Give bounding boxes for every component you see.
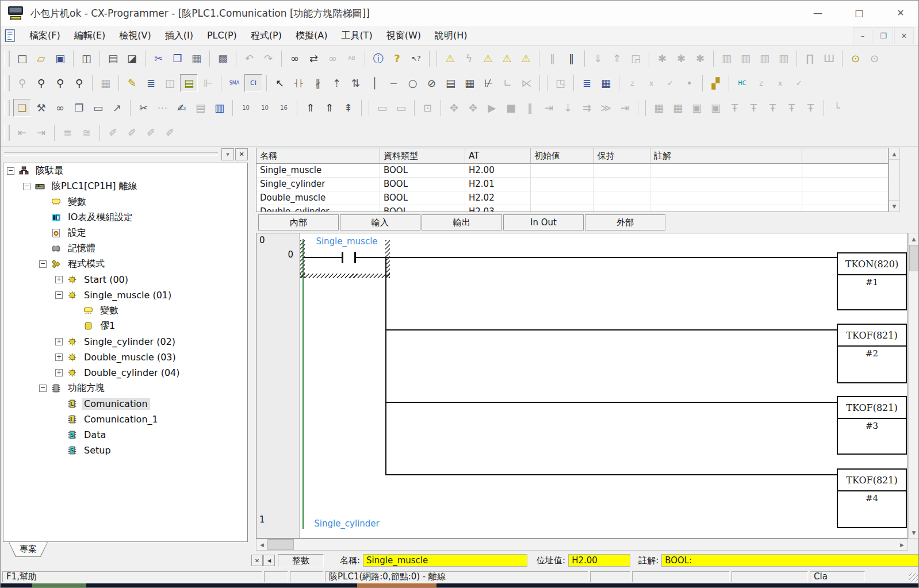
hex-16-icon[interactable]: 16: [275, 99, 293, 117]
table-cell[interactable]: H2.00: [465, 164, 531, 178]
window-check-icon[interactable]: ✓: [790, 74, 808, 92]
pause-hand-b-icon[interactable]: ✥: [464, 99, 482, 117]
column-header-初始值[interactable]: 初始值: [531, 148, 594, 164]
signed-decimal-10-icon[interactable]: 10: [256, 99, 274, 117]
pen-delete-icon[interactable]: ✐: [161, 124, 179, 141]
sim-run-to-end-icon[interactable]: ⇥: [540, 99, 558, 117]
upload-b-icon[interactable]: ⇑: [320, 99, 338, 117]
monitor-icon[interactable]: ✱: [672, 49, 690, 67]
menu-item-9[interactable]: 說明(H): [428, 28, 474, 44]
tree-item-single_cylinder-02-[interactable]: +Single_cylinder (02): [3, 334, 247, 349]
run-mode-icon[interactable]: ▥: [775, 49, 792, 67]
menu-item-6[interactable]: 模擬(A): [289, 28, 334, 44]
diff-monitor-c-icon[interactable]: ▣: [688, 99, 706, 117]
paste-icon[interactable]: ▦: [187, 49, 205, 67]
table-cell[interactable]: [650, 178, 802, 191]
table-cell[interactable]: [594, 191, 650, 205]
zoom-out-icon[interactable]: ⚲: [70, 74, 88, 92]
table-cell[interactable]: H2.02: [465, 191, 531, 205]
diff-monitor-d-icon[interactable]: ▣: [707, 99, 725, 117]
ladder-horizontal-scrollbar[interactable]: ◀ ▶: [256, 539, 908, 551]
table-cell[interactable]: [802, 164, 889, 178]
save-icon[interactable]: ▣: [51, 49, 69, 67]
table-cell[interactable]: [802, 205, 889, 212]
tab-in-out[interactable]: In Out: [503, 214, 584, 230]
tree-item-comunication[interactable]: LComunication: [3, 396, 247, 412]
contact-symbol[interactable]: [342, 252, 343, 263]
comment-dot-icon[interactable]: •: [680, 74, 698, 92]
instruction-operand[interactable]: #3: [838, 419, 906, 431]
table-cell[interactable]: [531, 178, 594, 191]
window-z-icon[interactable]: z: [752, 74, 770, 92]
expand-box-icon[interactable]: +: [55, 353, 63, 361]
comment-z-icon[interactable]: z: [623, 74, 641, 92]
menu-item-4[interactable]: PLC(P): [200, 28, 244, 44]
instruction-operand[interactable]: #4: [838, 491, 906, 504]
monitor-mode-icon[interactable]: ▥: [756, 49, 774, 67]
table-cell[interactable]: BOOL: [380, 191, 465, 205]
panel-drag-handle[interactable]: [4, 152, 218, 156]
instruction-operand[interactable]: #1: [838, 275, 906, 287]
table-cell[interactable]: [594, 178, 650, 191]
vertical-line-icon[interactable]: │: [366, 74, 384, 92]
tree-item-double_cylinder-04-[interactable]: +Double_cylinder (04): [3, 365, 247, 381]
tree-item-setup[interactable]: SSetup: [3, 443, 247, 458]
tree-item--[interactable]: 變數: [3, 303, 247, 318]
table-cell[interactable]: H2.03: [465, 205, 531, 212]
indent-left-icon[interactable]: ⇤: [13, 124, 31, 141]
scroll-up-icon[interactable]: ▲: [889, 148, 899, 160]
tree-item-double_muscle-03-[interactable]: +Double_muscle (03): [3, 349, 247, 365]
fb-instruction-block-#3[interactable]: TKOF(821)#3: [837, 396, 907, 455]
table-cell[interactable]: [531, 191, 594, 205]
upload-settings-icon[interactable]: ⇞: [339, 99, 357, 117]
table-cell[interactable]: Double_muscle: [256, 191, 380, 205]
scroll-thumb[interactable]: [267, 539, 294, 550]
sim-step-in-icon[interactable]: ⇣: [559, 99, 577, 117]
split-rung-icon[interactable]: ✂: [135, 99, 152, 117]
pen-undo-icon[interactable]: ✐: [123, 124, 141, 141]
tree-item-comunication_1[interactable]: LComunication_1: [3, 412, 247, 427]
monitor-all-icon[interactable]: ✱: [691, 49, 709, 67]
sim-stop-icon[interactable]: ■: [502, 99, 520, 117]
collapse-box-icon[interactable]: −: [39, 385, 47, 392]
tab-外部[interactable]: 外部: [585, 214, 665, 230]
sim-step-over-icon[interactable]: ⇉: [578, 99, 596, 117]
set-value-icon[interactable]: Ŧ: [783, 99, 801, 117]
table-row[interactable]: Single_cylinderBOOLH2.01: [256, 178, 888, 191]
tree-item-data[interactable]: SData: [3, 427, 247, 443]
print-preview-icon[interactable]: ◪: [123, 49, 141, 67]
fb-bar-close-button[interactable]: ✕: [251, 555, 263, 566]
find-icon[interactable]: ∞: [286, 49, 304, 67]
menu-item-8[interactable]: 視窗(W): [380, 28, 428, 44]
column-header-保持[interactable]: 保持: [594, 148, 650, 164]
monitor-window-b-icon[interactable]: ▭: [392, 99, 410, 117]
tree-item-start-00-[interactable]: +Start (00): [3, 272, 247, 287]
browse-diagram-icon[interactable]: ◳: [552, 74, 569, 92]
fb-io-param-icon[interactable]: ⊬: [480, 74, 497, 92]
transfer-warning-icon[interactable]: ⚠: [517, 49, 535, 67]
program-mode-icon[interactable]: ▥: [718, 49, 736, 67]
panel-dropdown-button[interactable]: ▾: [221, 148, 234, 160]
column-header-AT[interactable]: AT: [465, 148, 531, 164]
context-help-icon[interactable]: ↖?: [407, 49, 425, 67]
corner-connect-icon[interactable]: ∟: [499, 74, 516, 92]
find-replace-icon[interactable]: ⇄: [305, 49, 323, 67]
contact-rising-icon[interactable]: ⇡: [328, 74, 346, 92]
open-file-icon[interactable]: ▱: [32, 49, 50, 67]
table-cell[interactable]: [531, 205, 594, 212]
cut-icon[interactable]: ✂: [150, 49, 167, 67]
table-cell[interactable]: Single_cylinder: [256, 178, 380, 191]
binary-form-icon[interactable]: ▥: [210, 99, 228, 117]
function-block-invoke-icon[interactable]: ▦: [461, 74, 478, 92]
sim-play-icon[interactable]: ▶: [483, 99, 501, 117]
table-cell[interactable]: [802, 178, 889, 191]
tab-輸出[interactable]: 輸出: [422, 214, 502, 230]
options-dots-icon[interactable]: ⋯: [154, 99, 171, 117]
table-row[interactable]: Double_muscleBOOLH2.02: [256, 191, 888, 205]
tree-item-io-[interactable]: IO表及模組設定: [3, 210, 247, 225]
output-window-icon[interactable]: ❐: [70, 99, 88, 117]
project-tab[interactable]: 專案: [6, 542, 50, 557]
print-icon[interactable]: ▤: [104, 49, 122, 67]
tree-item--[interactable]: 設定: [3, 225, 247, 241]
menu-item-2[interactable]: 檢視(V): [112, 28, 158, 44]
